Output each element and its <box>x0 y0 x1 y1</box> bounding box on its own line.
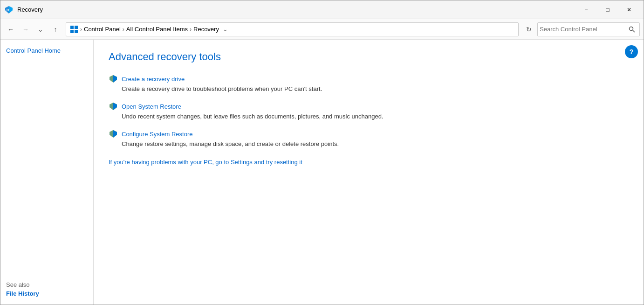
svg-marker-1 <box>9 6 13 14</box>
close-button[interactable]: ✕ <box>618 2 640 17</box>
address-all-items[interactable]: All Control Panel Items <box>126 26 188 33</box>
address-bar[interactable]: › Control Panel › All Control Panel Item… <box>66 22 519 36</box>
search-input[interactable] <box>540 26 626 33</box>
help-button[interactable]: ? <box>625 45 638 58</box>
address-sep-1: › <box>80 26 82 33</box>
configure-system-restore-link[interactable]: Configure System Restore <box>122 131 192 138</box>
shield-icon-2 <box>109 102 118 111</box>
svg-rect-6 <box>75 30 78 33</box>
svg-marker-16 <box>113 130 117 138</box>
sidebar: Control Panel Home See also File History <box>0 40 94 305</box>
search-icon <box>629 26 635 33</box>
svg-marker-14 <box>110 103 113 110</box>
back-button[interactable]: ← <box>4 23 17 36</box>
minimize-button[interactable]: − <box>575 2 597 17</box>
shield-icon-3 <box>109 129 118 139</box>
open-system-restore-link[interactable]: Open System Restore <box>122 103 181 110</box>
create-recovery-drive-desc: Create a recovery drive to troubleshoot … <box>122 85 629 92</box>
recovery-item-3-header: Configure System Restore <box>109 129 629 139</box>
recovery-item-2: Open System Restore Undo recent system c… <box>109 102 629 120</box>
svg-rect-3 <box>70 26 74 29</box>
recovery-item-1: Create a recovery drive Create a recover… <box>109 74 629 92</box>
see-also-section: See also File History <box>6 281 88 297</box>
nav-bar: ← → ⌄ ↑ › Control Panel › All Control Pa… <box>0 19 644 40</box>
recovery-item-2-header: Open System Restore <box>109 102 629 111</box>
search-button[interactable] <box>626 24 637 35</box>
svg-point-7 <box>630 27 633 30</box>
svg-line-8 <box>633 30 635 32</box>
reset-settings-link[interactable]: If you're having problems with your PC, … <box>109 159 629 166</box>
svg-rect-4 <box>75 26 78 29</box>
create-recovery-drive-link[interactable]: Create a recovery drive <box>122 76 185 83</box>
address-control-panel[interactable]: Control Panel <box>84 26 121 33</box>
content-area: Advanced recovery tools Create a recover… <box>94 40 644 305</box>
svg-marker-13 <box>113 103 117 110</box>
control-panel-home-link[interactable]: Control Panel Home <box>6 47 88 54</box>
open-system-restore-desc: Undo recent system changes, but leave fi… <box>122 113 629 120</box>
refresh-button[interactable]: ↻ <box>522 23 535 36</box>
svg-marker-10 <box>113 75 117 83</box>
recovery-item-1-header: Create a recovery drive <box>109 74 629 83</box>
windows-icon <box>70 25 78 34</box>
search-box <box>537 22 640 36</box>
svg-rect-5 <box>70 30 74 33</box>
address-dropdown-button[interactable]: ⌄ <box>221 23 230 36</box>
window-icon: R <box>4 5 14 14</box>
dropdown-button[interactable]: ⌄ <box>34 23 47 36</box>
shield-icon-1 <box>109 74 118 83</box>
see-also-label: See also <box>6 281 88 288</box>
window-controls: − □ ✕ <box>575 2 640 17</box>
window-title: Recovery <box>17 6 575 13</box>
address-sep-3: › <box>190 26 192 33</box>
file-history-link[interactable]: File History <box>6 290 88 297</box>
svg-text:R: R <box>7 8 9 12</box>
forward-button[interactable]: → <box>19 23 32 36</box>
svg-marker-17 <box>110 130 113 138</box>
window: R Recovery − □ ✕ ← → ⌄ ↑ › Control Panel… <box>0 0 644 305</box>
configure-system-restore-desc: Change restore settings, manage disk spa… <box>122 140 629 147</box>
address-sep-2: › <box>123 26 124 33</box>
title-bar: R Recovery − □ ✕ <box>0 0 644 19</box>
main-area: Control Panel Home See also File History… <box>0 40 644 305</box>
svg-marker-11 <box>110 75 113 83</box>
maximize-button[interactable]: □ <box>597 2 618 17</box>
page-title: Advanced recovery tools <box>109 51 629 63</box>
recovery-item-3: Configure System Restore Change restore … <box>109 129 629 147</box>
address-current: Recovery <box>193 26 219 33</box>
up-button[interactable]: ↑ <box>49 23 62 36</box>
